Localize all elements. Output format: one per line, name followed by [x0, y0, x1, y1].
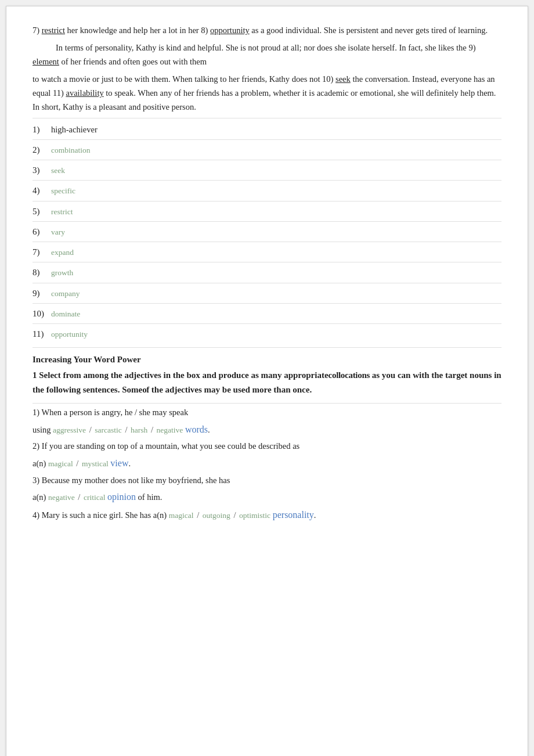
item-answer: vary: [51, 225, 65, 239]
section-title: Increasing Your Word Power: [33, 355, 501, 365]
list-item: 4) specific: [33, 183, 501, 198]
list-item: 2) combination: [33, 142, 501, 157]
target-words: words: [185, 424, 208, 434]
divider-10: [33, 303, 501, 304]
divider-5: [33, 201, 501, 201]
option-magical: magical: [48, 459, 73, 468]
item-number: 8): [33, 265, 49, 280]
exercise-3-line2: a(n) negative / critical opinion of him.: [33, 489, 501, 505]
option-negative2: negative: [48, 493, 75, 502]
list-item: 10) dominate: [33, 306, 501, 321]
item-number: 7): [33, 244, 49, 260]
divider-8: [33, 262, 501, 262]
item-answer: expand: [51, 246, 74, 260]
divider-ex: [33, 403, 501, 404]
item-number: 11): [33, 326, 49, 341]
item-answer: company: [51, 287, 80, 301]
item-answer: dominate: [51, 307, 80, 321]
item-answer: seek: [51, 164, 65, 178]
item-number: 2): [33, 142, 49, 157]
answer-list: 1) high-achiever 2) combination 3) seek …: [33, 122, 501, 342]
target-personality: personality: [273, 510, 314, 520]
exercise-2-line1: 2) If you are standing on top of a mount…: [33, 440, 501, 453]
list-item: 3) seek: [33, 163, 501, 178]
exercise-1-line1: 1) When a person is angry, he / she may …: [33, 406, 501, 420]
exercise-4: 4) Mary is such a nice girl. She has a(n…: [33, 507, 501, 523]
underline-opportunity: opportunity: [210, 26, 250, 35]
item-answer: high-achiever: [51, 123, 98, 137]
page-container: 7) restrict her knowledge and help her a…: [6, 6, 528, 756]
list-item: 1) high-achiever: [33, 122, 501, 137]
item-answer: specific: [51, 184, 75, 198]
item-number: 5): [33, 204, 49, 219]
divider-7: [33, 242, 501, 242]
item-number: 9): [33, 286, 49, 301]
divider-1: [33, 118, 501, 118]
item-answer: restrict: [51, 205, 73, 219]
exercise-2-line2: a(n) magical / mystical view.: [33, 456, 501, 471]
list-item: 9) company: [33, 286, 501, 301]
list-item: 8) growth: [33, 265, 501, 280]
divider-11: [33, 323, 501, 324]
option-harsh: harsh: [131, 426, 147, 434]
underline-element: element: [33, 57, 59, 66]
list-item: 7) expand: [33, 244, 501, 260]
list-item: 5) restrict: [33, 204, 501, 219]
divider-6: [33, 221, 501, 222]
list-item: 11) opportunity: [33, 326, 501, 341]
item-answer: combination: [51, 143, 91, 157]
item-number: 1): [33, 122, 49, 137]
paragraph-3: to watch a movie or just to be with them…: [33, 73, 501, 114]
divider-9: [33, 283, 501, 283]
underline-restrict: restrict: [42, 26, 65, 35]
target-opinion: opinion: [107, 492, 136, 502]
list-item: 6) vary: [33, 224, 501, 239]
item-number: 4): [33, 183, 49, 198]
item-number: 6): [33, 224, 49, 239]
paragraph-1: 7) restrict her knowledge and help her a…: [33, 24, 501, 38]
divider-2: [33, 139, 501, 140]
instruction-number: 1: [33, 370, 39, 380]
option-outgoing: outgoing: [203, 511, 230, 520]
underline-availability: availability: [66, 88, 103, 98]
underline-seek: seek: [335, 74, 351, 84]
exercise-1-line2: using aggressive / sarcastic / harsh / n…: [33, 422, 501, 437]
option-critical: critical: [84, 493, 105, 502]
paragraph-2: In terms of personality, Kathy is kind a…: [33, 41, 501, 69]
target-view: view: [110, 458, 128, 468]
item-answer: opportunity: [51, 327, 88, 341]
item-answer: growth: [51, 266, 73, 280]
option-aggressive: aggressive: [53, 426, 86, 434]
section-instruction: 1 Select from among the adjectives in th…: [33, 368, 501, 397]
divider-section: [33, 347, 501, 348]
item-number: 3): [33, 163, 49, 178]
option-mystical: mystical: [82, 459, 109, 468]
divider-3: [33, 160, 501, 160]
option-optimistic: optimistic: [239, 511, 270, 520]
option-sarcastic: sarcastic: [95, 426, 121, 434]
option-negative: negative: [157, 426, 183, 434]
option-magical2: magical: [169, 511, 194, 520]
item-number: 10): [33, 306, 49, 321]
exercise-3-line1: 3) Because my mother does not like my bo…: [33, 474, 501, 488]
divider-4: [33, 180, 501, 181]
